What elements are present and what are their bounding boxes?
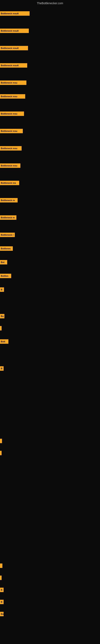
bottleneck-bar [0,439,2,443]
bottleneck-bar: Bo [0,314,4,318]
bottleneck-bar: Bottleneck resu [0,146,22,150]
bottleneck-bar [0,326,1,330]
bottleneck-bar: B [0,366,3,371]
bottleneck-bar: Bottlen [0,274,11,278]
bottleneck-bar: B [0,588,3,592]
site-title: TheBottlenecker.com [0,0,100,6]
bottleneck-bar: Bottleneck re [0,215,16,220]
bottleneck-bar: Bottleneck resu [0,129,23,133]
bottleneck-bar: Bottleneck resu [0,80,26,85]
bottleneck-bar: Bottleneck resu [0,164,20,168]
bottleneck-bar [0,564,2,568]
bottleneck-bar: Bo [0,612,3,616]
bottleneck-bar: B [0,288,4,292]
bottleneck-bar: B [0,600,3,604]
bottleneck-bar: Bot [0,260,7,264]
bottleneck-bar: Bott [0,339,8,344]
bottleneck-bar: Bottleneck result [0,46,28,50]
bottleneck-bar [0,576,1,580]
bottleneck-bar: Bottleneck r [0,233,15,237]
bottleneck-bar: Bottleneck result [0,28,29,33]
bottleneck-bar: Bottlenec [0,246,13,251]
bottleneck-bar: Bottleneck result [0,11,30,16]
bottleneck-bar: Bottleneck ro [0,198,18,202]
bottleneck-bar: Bottleneck resu [0,94,25,98]
bottleneck-bar: Bottleneck resu [0,112,24,116]
bottleneck-bar: Bottleneck result [0,63,27,68]
bottleneck-bar [0,451,1,455]
bottleneck-bar: Bottleneck res [0,181,19,185]
